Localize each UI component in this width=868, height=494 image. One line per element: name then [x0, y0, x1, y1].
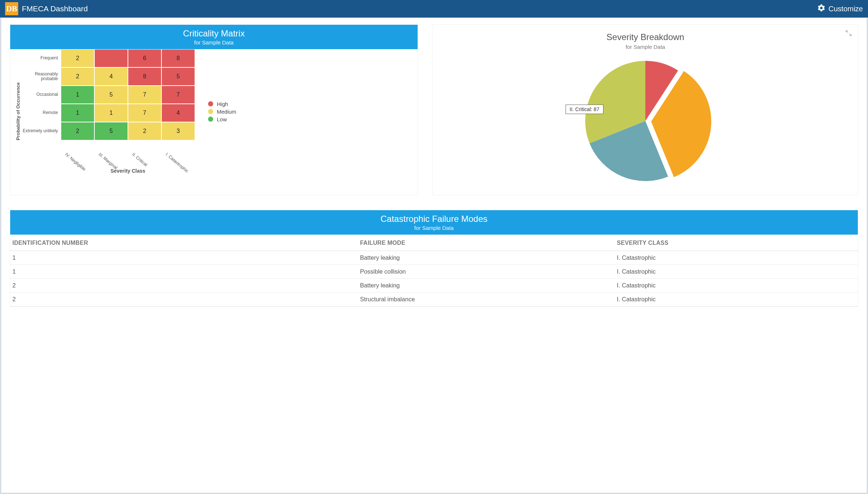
matrix-col-label: III. Marginal: [89, 142, 120, 170]
table-row[interactable]: 2Battery leakingI. Catastrophic: [10, 279, 858, 293]
table-column-header[interactable]: FAILURE MODE: [358, 235, 615, 251]
legend-item: Low: [208, 116, 236, 122]
matrix-cell[interactable]: 8: [161, 49, 195, 67]
matrix-cell[interactable]: 7: [128, 86, 161, 104]
matrix-cell[interactable]: 8: [128, 67, 161, 86]
table-cell: I. Catastrophic: [615, 251, 858, 265]
matrix-cell[interactable]: 2: [61, 122, 94, 140]
matrix-col-label: II. Critical: [123, 142, 154, 170]
main-viewport[interactable]: Criticality Matrix for Sample Data Proba…: [1, 17, 867, 493]
matrix-cell[interactable]: 4: [94, 67, 128, 86]
legend-label: High: [217, 101, 228, 107]
table-cell: 2: [10, 293, 358, 306]
matrix-col-label: IV. Negligible: [56, 142, 87, 170]
legend-dot: [208, 109, 213, 114]
matrix-cell[interactable]: 5: [94, 122, 128, 140]
matrix-col-label: I. Catastrophic: [156, 142, 187, 170]
matrix-row-label: Occasional: [21, 86, 61, 104]
failure-modes-panel: Catastrophic Failure Modes for Sample Da…: [10, 210, 858, 307]
table-row[interactable]: 1Possible collisionI. Catastrophic: [10, 265, 858, 279]
panel-title: Catastrophic Failure Modes: [15, 214, 853, 224]
matrix-cell[interactable]: 1: [61, 86, 94, 104]
table-header-row: IDENTIFICATION NUMBERFAILURE MODESEVERIT…: [10, 235, 858, 251]
app-logo: DB: [5, 2, 18, 15]
severity-breakdown-panel: Severity Breakdown for Sample Data II. C…: [433, 24, 858, 195]
legend-item: Medium: [208, 109, 236, 115]
table-cell: I. Catastrophic: [615, 279, 858, 293]
matrix-ylabel: Probability of Occurrence: [14, 66, 21, 157]
matrix-xlabels: IV. NegligibleIII. MarginalII. CriticalI…: [21, 142, 195, 150]
table-cell: Structural imbalance: [358, 293, 615, 306]
panel-subtitle: for Sample Data: [15, 39, 413, 46]
matrix-cell[interactable]: 1: [61, 104, 94, 122]
matrix-cell[interactable]: 2: [61, 49, 94, 67]
legend-dot: [208, 117, 213, 122]
table-column-header[interactable]: SEVERITY CLASS: [615, 235, 858, 251]
matrix-row-label: Extremely unlikely: [21, 122, 61, 140]
matrix-cell[interactable]: 3: [161, 122, 195, 140]
matrix-cell[interactable]: 5: [94, 86, 128, 104]
customize-label: Customize: [829, 5, 863, 13]
customize-button[interactable]: Customize: [817, 4, 863, 14]
app-title: FMECA Dashboard: [22, 4, 88, 13]
matrix-cell[interactable]: 6: [128, 49, 161, 67]
expand-icon[interactable]: [845, 29, 853, 39]
panel-header: Criticality Matrix for Sample Data: [10, 25, 418, 49]
table-cell: 2: [10, 279, 358, 293]
pie-title: Severity Breakdown: [442, 32, 849, 42]
table-column-header[interactable]: IDENTIFICATION NUMBER: [10, 235, 358, 251]
matrix-xlabel: Severity Class: [21, 168, 195, 174]
matrix-row-label: Reasonably probable: [21, 67, 61, 86]
table-row[interactable]: 1Battery leakingI. Catastrophic: [10, 251, 858, 265]
table-cell: Battery leaking: [358, 279, 615, 293]
panel-title: Criticality Matrix: [15, 28, 413, 39]
failure-modes-table: IDENTIFICATION NUMBERFAILURE MODESEVERIT…: [10, 235, 858, 306]
matrix-row-label: Remote: [21, 104, 61, 122]
table-row[interactable]: 2Structural imbalanceI. Catastrophic: [10, 293, 858, 306]
matrix-row-label: Frequent: [21, 49, 61, 67]
matrix-cell[interactable]: 2: [61, 67, 94, 86]
matrix-cell[interactable]: 2: [128, 122, 161, 140]
topbar: DB FMECA Dashboard Customize: [0, 0, 868, 17]
legend-label: Medium: [217, 109, 236, 115]
criticality-matrix-panel: Criticality Matrix for Sample Data Proba…: [10, 24, 418, 195]
matrix-cell[interactable]: 4: [161, 104, 195, 122]
table-cell: 1: [10, 251, 358, 265]
pie-chart[interactable]: [576, 57, 715, 185]
table-cell: I. Catastrophic: [615, 293, 858, 306]
pie-tooltip: II. Critical: 87: [566, 105, 603, 114]
table-cell: Battery leaking: [358, 251, 615, 265]
table-cell: I. Catastrophic: [615, 265, 858, 279]
table-cell: Possible collision: [358, 265, 615, 279]
gear-icon: [817, 4, 826, 14]
panel-header: Catastrophic Failure Modes for Sample Da…: [10, 210, 858, 235]
matrix-legend: HighMediumLow: [208, 99, 236, 124]
legend-label: Low: [217, 116, 227, 122]
matrix-cell[interactable]: 7: [161, 86, 195, 104]
panel-subtitle: for Sample Data: [15, 225, 853, 231]
matrix-cell[interactable]: 5: [161, 67, 195, 86]
legend-item: High: [208, 101, 236, 107]
matrix-cell[interactable]: 1: [94, 104, 128, 122]
legend-dot: [208, 101, 213, 106]
matrix-cell[interactable]: [94, 49, 128, 67]
matrix-cell[interactable]: 7: [128, 104, 161, 122]
pie-subtitle: for Sample Data: [442, 44, 849, 50]
table-cell: 1: [10, 265, 358, 279]
matrix-grid: Frequent268Reasonably probable2485Occasi…: [21, 49, 195, 140]
